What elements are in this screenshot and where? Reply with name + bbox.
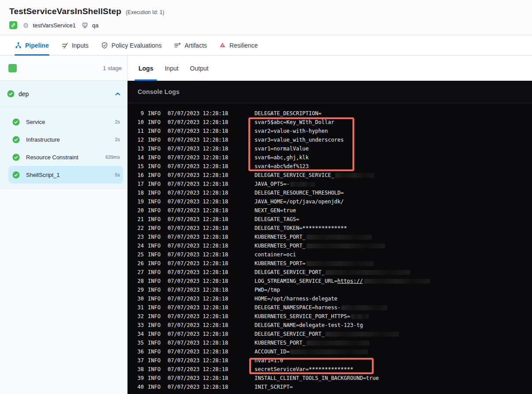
log-row: 28 INFO 07/07/2023 12:28:18 LOG_STREAMIN… <box>127 277 532 285</box>
log-message: DELEGATE_NAME=delegate-test-123-tg <box>255 321 363 330</box>
inputs-icon <box>61 42 68 49</box>
step-list: Service 2s Infrastructure 2s Resource Co… <box>0 107 127 188</box>
tab-policy-evaluations[interactable]: Policy Evaluations <box>101 35 162 55</box>
step-name: Service <box>26 119 115 125</box>
log-row: 40 INFO 07/07/2023 12:28:18 INIT_SCRIPT= <box>127 383 532 391</box>
log-timestamp: 07/07/2023 12:28:18 <box>168 215 229 224</box>
tab-artifacts[interactable]: Artifacts <box>174 35 207 55</box>
log-line-number: 34 <box>127 330 144 338</box>
tab-inputs[interactable]: Inputs <box>61 35 89 55</box>
console-log-area[interactable]: 9 INFO 07/07/2023 12:28:18 DELEGATE_DESC… <box>127 103 532 394</box>
step-row-resource-constraint[interactable]: Resource Constraint 639ms <box>8 148 123 166</box>
nav-tabs: Pipeline Inputs Policy Evaluations Artif… <box>0 35 532 56</box>
log-message: DELEGATE_DESCRIPTION= <box>255 109 322 118</box>
log-timestamp: 07/07/2023 12:28:18 <box>168 356 229 365</box>
execution-id: (Execution Id: 1) <box>126 9 164 15</box>
log-timestamp: 07/07/2023 12:28:18 <box>168 144 229 153</box>
log-line-number: 18 <box>127 188 144 197</box>
log-link[interactable]: https:// <box>337 277 363 285</box>
step-name: ShellScript_1 <box>26 172 115 178</box>
log-level: INFO <box>148 109 161 118</box>
log-row: 12 INFO 07/07/2023 12:28:18 svar3=value_… <box>127 135 532 144</box>
tab-output[interactable]: Output <box>190 56 209 81</box>
log-message-text: DELEGATE_SERVICE_PORT_ <box>255 330 325 338</box>
log-level: INFO <box>148 347 161 356</box>
log-message: JAVA_OPTS=- <box>255 180 315 188</box>
log-line-number: 14 <box>127 153 144 162</box>
log-level: INFO <box>148 356 161 365</box>
log-level: INFO <box>148 135 161 144</box>
log-message-text: KUBERNETES_SERVICE_PORT_HTTPS= <box>255 312 350 321</box>
environment-name[interactable]: qa <box>92 22 98 29</box>
log-message: svar3=value_with_underscores <box>255 135 344 144</box>
log-message: PWD=/tmp <box>255 285 280 294</box>
log-line-number: 21 <box>127 215 144 224</box>
log-message-text: INIT_SCRIPT= <box>255 383 293 391</box>
tab-logs[interactable]: Logs <box>139 56 153 81</box>
log-message: INIT_SCRIPT= <box>255 383 293 391</box>
log-timestamp: 07/07/2023 12:28:18 <box>168 285 229 294</box>
log-row: 39 INFO 07/07/2023 12:28:18 INSTALL_CLIE… <box>127 374 532 383</box>
log-timestamp: 07/07/2023 12:28:18 <box>168 171 229 180</box>
log-timestamp: 07/07/2023 12:28:18 <box>168 374 229 383</box>
log-row: 33 INFO 07/07/2023 12:28:18 DELEGATE_NAM… <box>127 321 532 330</box>
gear-icon[interactable]: ⚙ <box>23 22 29 29</box>
success-check-icon <box>7 90 15 98</box>
log-row: 14 INFO 07/07/2023 12:28:18 svar6=abc,gh… <box>127 153 532 162</box>
step-duration: 639ms <box>105 154 120 160</box>
log-message-text: HOME=/opt/harness-delegate <box>255 294 337 303</box>
log-message: svar6=abc,ghj,klk <box>255 153 309 162</box>
success-check-icon <box>12 171 20 179</box>
service-name[interactable]: testVarsService1 <box>33 22 75 29</box>
console-logs-header[interactable]: Console Logs <box>127 81 532 103</box>
log-message: DELEGATE_SERVICE_PORT_ <box>255 330 399 338</box>
log-timestamp: 07/07/2023 12:28:18 <box>168 268 229 277</box>
log-level: INFO <box>148 118 161 127</box>
service-link-icon[interactable] <box>9 21 17 29</box>
tab-pipeline[interactable]: Pipeline <box>15 35 49 55</box>
step-row-infrastructure[interactable]: Infrastructure 2s <box>8 131 123 148</box>
stage-group-header[interactable]: dep <box>0 81 127 107</box>
redacted-text <box>307 235 372 240</box>
log-message: KUBERNETES_PORT_ <box>255 338 369 347</box>
success-check-icon <box>12 154 20 161</box>
log-message: svar5$abc=Key_WIth_Dollar <box>255 118 334 127</box>
log-level: INFO <box>148 241 161 250</box>
log-level: INFO <box>148 127 161 135</box>
log-message: KUBERNETES_PORT= <box>255 259 374 268</box>
execution-sidebar: 1 stage dep <box>0 56 127 394</box>
redacted-text <box>335 173 374 178</box>
log-message-text: DELEGATE_SERVICE_SERVICE_ <box>255 171 334 180</box>
step-row-service[interactable]: Service 2s <box>8 113 123 131</box>
tab-resilience[interactable]: Resilience <box>219 35 258 55</box>
log-level: INFO <box>148 338 161 347</box>
log-message: ACCOUNT_ID= <box>255 347 368 356</box>
log-line-number: 24 <box>127 241 144 250</box>
log-message-text: svar5$abc=Key_WIth_Dollar <box>255 118 334 127</box>
log-level: INFO <box>148 365 161 374</box>
log-row: 22 INFO 07/07/2023 12:28:18 DELEGATE_TOK… <box>127 224 532 233</box>
app-header: TestServiceVarsInShellStep (Execution Id… <box>0 0 532 35</box>
log-message-text: svar3=value_with_underscores <box>255 135 344 144</box>
stage-status-square[interactable] <box>8 64 17 72</box>
chevron-up-icon[interactable] <box>115 92 120 96</box>
step-name: Infrastructure <box>26 136 115 143</box>
step-row-shellscript-1[interactable]: ShellScript_1 5s <box>8 166 123 184</box>
log-message-text: secretServiceVar=************** <box>255 365 353 374</box>
log-timestamp: 07/07/2023 12:28:18 <box>168 109 229 118</box>
log-line-number: 30 <box>127 294 144 303</box>
log-message: svar4=abc%def%123 <box>255 162 309 171</box>
log-timestamp: 07/07/2023 12:28:18 <box>168 383 229 391</box>
log-line-number: 39 <box>127 374 144 383</box>
log-line-number: 32 <box>127 312 144 321</box>
log-line-number: 37 <box>127 356 144 365</box>
log-level: INFO <box>148 303 161 312</box>
page-title: TestServiceVarsInShellStep <box>9 7 121 16</box>
log-row: 30 INFO 07/07/2023 12:28:18 HOME=/opt/ha… <box>127 294 532 303</box>
tab-input[interactable]: Input <box>165 56 178 81</box>
environment-icon <box>82 22 88 29</box>
log-line-number: 16 <box>127 171 144 180</box>
log-message: svar2=value-with-hyphen <box>255 127 328 135</box>
log-level: INFO <box>148 330 161 338</box>
redacted-text <box>326 270 410 275</box>
